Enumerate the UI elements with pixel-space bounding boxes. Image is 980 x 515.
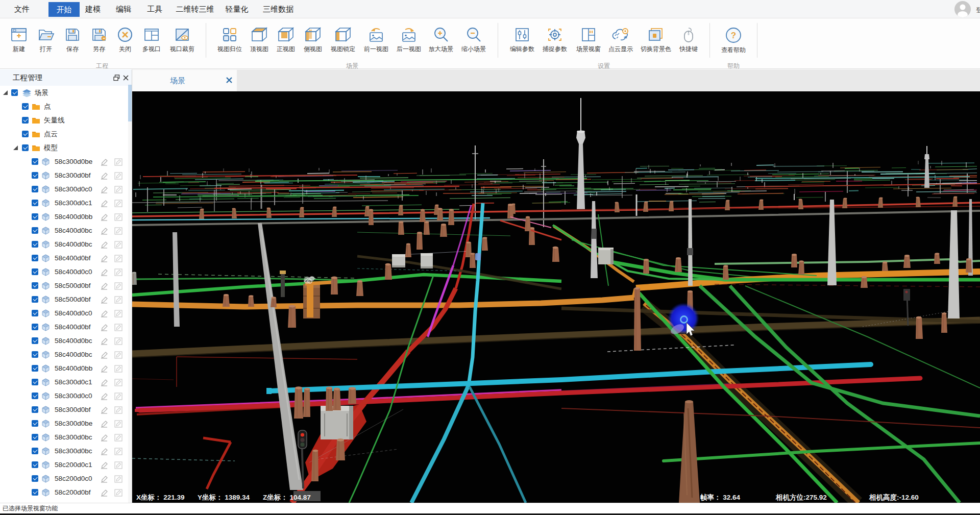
svg-text:Z坐标： 104.87: Z坐标： 104.87 <box>263 494 311 501</box>
svg-text:相机高度:-12.60: 相机高度:-12.60 <box>869 493 919 501</box>
svg-text:帧率： 32.64: 帧率： 32.64 <box>700 494 741 501</box>
svg-text:Y坐标： 1389.34: Y坐标： 1389.34 <box>198 494 250 501</box>
svg-text:X坐标： 221.39: X坐标： 221.39 <box>136 494 185 501</box>
svg-text:相机方位:275.92: 相机方位:275.92 <box>775 494 827 501</box>
svg-text:?: ? <box>731 31 736 40</box>
